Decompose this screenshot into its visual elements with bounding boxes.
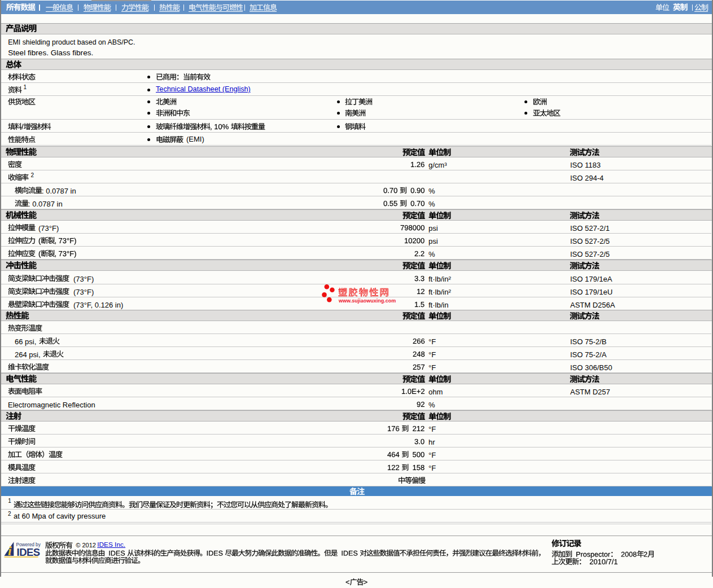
svg-text:i: i (8, 543, 12, 558)
svg-text:IDES: IDES (17, 546, 40, 558)
